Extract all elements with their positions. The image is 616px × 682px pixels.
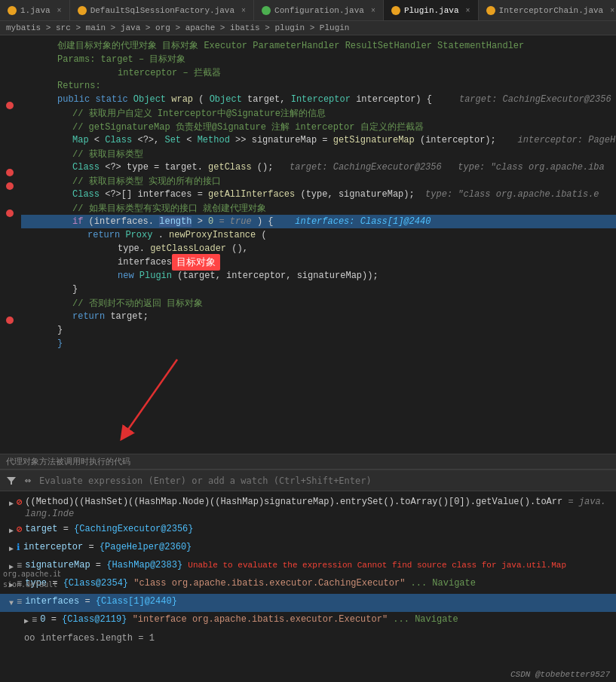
svg-marker-2 [7,477,16,485]
code-line-signaturemap: Map < Class <?>, Set < Method >> signatu… [21,133,616,147]
interceptor-text: interceptor = {PageHelper@2360} [23,541,610,553]
tab-label-4: Plugin.java [404,6,459,15]
bottom-hint-text: 代理对象方法被调用时执行的代码 [6,457,130,466]
tab-icon-3 [262,6,271,15]
tab-icon-5 [486,6,495,15]
breakpoint-4 [6,209,14,217]
breakpoint-1 [6,102,14,109]
expand-arrow-interceptor: ▶ [9,541,14,556]
error-expr-text: ((Method)((HashSet)((HashMap.Node)((Hash… [25,496,610,520]
code-line-c2: // getSignatureMap 负责处理@Signature 注解 int… [21,120,616,133]
debug-item-interceptor[interactable]: ▶ ℹ interceptor = {PageHelper@2360} [0,540,616,558]
debug-item-target[interactable]: ▶ ⊘ target = {CachingExecutor@2356} [0,521,616,540]
code-line-params2: interceptor – 拦截器 [21,66,616,79]
info-icon-interceptor: ℹ [17,541,20,555]
code-line-close-method: } [21,323,616,337]
breakpoint-3 [6,182,14,190]
tab-label-5: InterceptorChain.java [499,6,604,15]
line-gutter [0,35,21,454]
code-line-proxy: return Proxy . newProxyInstance ( [21,228,616,242]
code-line-interfaces: Class <?>[] interfaces = getAllInterface… [21,188,616,201]
debug-item-type[interactable]: ▶ ≡ type = {Class@2354} "class org.apach… [0,576,616,594]
watermark: CSDN @tobebetter9527 [510,670,610,679]
code-line-interfaces-param: interfaces, 目标对象 [21,255,616,269]
equals-icon-interfaces: ≡ [17,595,22,609]
eval-expression-input[interactable] [39,476,610,486]
code-line-c4: // 获取目标类型 实现的所有的接口 [21,174,616,188]
expand-icon[interactable]: ⇔ [23,476,33,486]
code-line-close-class: } [21,337,616,350]
code-line-c5: // 如果目标类型有实现的接口 就创建代理对象 [21,201,616,215]
expand-arrow-interfaces: ▼ [9,595,14,610]
tab-icon-1 [8,6,17,15]
debug-item-interfaces-length: oo interfaces.length = 1 [0,630,616,647]
type-text: type = {Class@2354} "class org.apache.ib… [25,577,610,589]
left-package-text: org.apache.ibasion.default [0,567,60,592]
bottom-hint-bar: 代理对象方法被调用时执行的代码 [0,454,616,469]
tab-configuration[interactable]: Configuration.java × [254,0,384,21]
debug-toolbar: ⇔ [0,470,616,491]
interfaces-text: interfaces = {Class[1]@2440} [25,595,610,607]
code-line-c1: // 获取用户自定义 Interceptor中@Signature注解的信息 [21,106,616,120]
code-line-type: Class <?> type = target. getClass (); ta… [21,161,616,174]
interfaces-0-text: 0 = {Class@2119} "interface org.apache.i… [40,613,610,625]
code-line-new-plugin: new Plugin (target, interceptor, signatu… [21,269,616,283]
debug-item-signaturemap[interactable]: ▶ ≡ signatureMap = {HashMap@2383} Unable… [0,558,616,576]
tab-defaultsql[interactable]: DefaultSqlSessionFactory.java × [70,0,254,21]
equals-icon-int0: ≡ [32,613,37,627]
annotation-label: 目标对象 [172,254,220,271]
code-line-return-target: return target; [21,310,616,323]
code-line-returns: Returns: [21,79,616,93]
breadcrumb: mybatis > src > main > java > org > apac… [0,21,616,35]
debug-tree: ▶ ⊘ ((Method)((HashSet)((HashMap.Node)((… [0,491,616,682]
signaturemap-text: signatureMap = {HashMap@2383} Unable to … [25,559,610,571]
interfaces-length-text: oo interfaces.length = 1 [24,632,155,645]
code-line-c3: // 获取目标类型 [21,147,616,161]
tab-plugin[interactable]: Plugin.java × [384,0,479,21]
tab-icon-2 [78,6,87,15]
tab-1java[interactable]: 1.java × [0,0,70,21]
filter-icon[interactable] [6,476,17,486]
code-lines[interactable]: 创建目标对象的代理对象 目标对象 Executor ParameterHandl… [21,35,616,454]
tab-label-3: Configuration.java [274,6,364,15]
code-line-c6: // 否则封不动的返回 目标对象 [21,296,616,310]
code-line-comment-header: 创建目标对象的代理对象 目标对象 Executor ParameterHandl… [21,38,616,52]
tab-close-1[interactable]: × [57,7,62,15]
tab-label-2: DefaultSqlSessionFactory.java [90,6,234,15]
tab-label-1: 1.java [20,6,51,15]
debug-item-error-expr[interactable]: ▶ ⊘ ((Method)((HashSet)((HashMap.Node)((… [0,494,616,521]
code-line-params1: Params: target – 目标对象 [21,52,616,66]
code-line-close-if: } [21,283,616,296]
code-line-method-sig: public static Object wrap ( Object targe… [21,93,616,106]
error-icon-target: ⊘ [17,523,22,537]
tab-bar: 1.java × DefaultSqlSessionFactory.java ×… [0,0,616,21]
target-text: target = {CachingExecutor@2356} [25,523,610,535]
tab-interceptorchain[interactable]: InterceptorChain.java × [479,0,616,21]
expand-arrow-target: ▶ [9,523,14,538]
debug-panel: ⇔ ▶ ⊘ ((Method)((HashSet)((HashMap.Node)… [0,469,616,682]
tab-close-5[interactable]: × [610,7,614,15]
code-line-if: if (interfaces. length > 0 = true ) { in… [21,215,616,228]
error-icon-1: ⊘ [17,496,22,509]
code-line-classloader: type. getClassLoader (), [21,242,616,255]
expand-arrow-int0: ▶ [24,613,29,628]
tab-close-3[interactable]: × [371,7,375,15]
debug-item-interfaces-0[interactable]: ▶ ≡ 0 = {Class@2119} "interface org.apac… [0,612,616,630]
tab-icon-4 [391,6,400,15]
tab-close-4[interactable]: × [466,7,470,15]
tab-close-2[interactable]: × [241,7,246,15]
breadcrumb-text: mybatis > src > main > java > org > apac… [6,23,349,32]
expand-arrow-1: ▶ [9,496,14,511]
breakpoint-2 [6,169,14,176]
debug-item-interfaces[interactable]: ▼ ≡ interfaces = {Class[1]@2440} [0,594,616,612]
breakpoint-5 [6,317,14,324]
code-editor: 创建目标对象的代理对象 目标对象 Executor ParameterHandl… [0,35,616,454]
